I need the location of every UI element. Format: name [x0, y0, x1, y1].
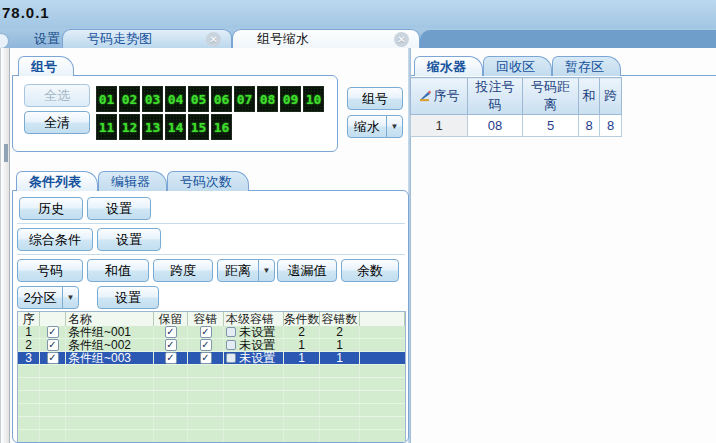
- tab-shrinker[interactable]: 缩水器: [414, 56, 483, 76]
- left-collapse-splitter[interactable]: [0, 48, 10, 443]
- shrink-button[interactable]: 缩水: [347, 115, 387, 138]
- keep-cell: [154, 352, 188, 364]
- led-number[interactable]: 04: [165, 86, 186, 112]
- tab-group-shrink[interactable]: 组号缩水 ✕: [232, 29, 420, 48]
- composite-condition-button[interactable]: 综合条件: [17, 228, 93, 251]
- led-number[interactable]: 09: [280, 86, 301, 112]
- sum-filter-button[interactable]: 和值: [87, 259, 149, 282]
- level-checkbox[interactable]: [226, 327, 236, 337]
- tab-temp-area[interactable]: 暂存区: [552, 56, 621, 76]
- close-icon[interactable]: ✕: [394, 32, 409, 47]
- table-row[interactable]: 2 条件组~002 未设置 1 1: [18, 339, 405, 352]
- col-sum[interactable]: 和: [579, 78, 600, 115]
- level-cell: 未设置: [224, 326, 284, 338]
- row-checkbox[interactable]: [47, 326, 59, 338]
- tab-recycle-area[interactable]: 回收区: [483, 56, 552, 76]
- select-all-button[interactable]: 全选: [24, 84, 90, 107]
- row-checkbox-cell: [40, 339, 66, 351]
- history-button[interactable]: 历史: [19, 197, 83, 220]
- led-number[interactable]: 02: [119, 86, 140, 112]
- led-number-row-1: 01 02 03 04 05 06 07 08 09 10: [96, 86, 324, 112]
- level-checkbox[interactable]: [226, 340, 236, 350]
- col-span[interactable]: 跨: [600, 78, 622, 115]
- table-row[interactable]: 1 08 5 8 8: [411, 115, 622, 137]
- level-cell: 未设置: [224, 352, 284, 364]
- tab-number-trend-chart[interactable]: 号码走势图 ✕: [62, 29, 232, 48]
- row-filler: [360, 352, 405, 364]
- chevron-down-icon[interactable]: ▼: [386, 115, 403, 138]
- number-filter-button[interactable]: 号码: [17, 259, 83, 282]
- composite-settings-button[interactable]: 设置: [97, 228, 161, 251]
- level-checkbox[interactable]: [226, 353, 236, 363]
- condition-count: 1: [284, 339, 320, 351]
- col-number-distance[interactable]: 号码距离: [523, 78, 579, 115]
- led-number[interactable]: 05: [188, 86, 209, 112]
- level-cell: 未设置: [224, 339, 284, 351]
- close-icon[interactable]: ✕: [206, 32, 221, 47]
- tolerant-checkbox[interactable]: [200, 352, 212, 364]
- cell-bet-numbers: 08: [468, 115, 523, 137]
- empty-row: [18, 404, 405, 417]
- row-name: 条件组~002: [66, 339, 154, 351]
- table-row[interactable]: 1 条件组~001 未设置 2 2: [18, 326, 405, 339]
- keep-cell: [154, 326, 188, 338]
- cell-span: 8: [600, 115, 622, 137]
- partition-settings-button[interactable]: 设置: [97, 286, 159, 309]
- row-filler: [360, 339, 405, 351]
- row-checkbox-cell: [40, 326, 66, 338]
- led-number[interactable]: 12: [119, 114, 140, 140]
- tab-label: 号码走势图: [87, 30, 152, 48]
- clear-all-button[interactable]: 全清: [24, 111, 90, 134]
- led-number[interactable]: 11: [96, 114, 117, 140]
- col-checkbox: [40, 312, 66, 326]
- led-number[interactable]: 14: [165, 114, 186, 140]
- led-number[interactable]: 07: [234, 86, 255, 112]
- chevron-down-icon[interactable]: ▼: [258, 259, 275, 282]
- led-number[interactable]: 10: [303, 86, 324, 112]
- keep-checkbox[interactable]: [165, 339, 177, 351]
- led-number[interactable]: 06: [211, 86, 232, 112]
- tab-number-times[interactable]: 号码次数: [167, 171, 249, 191]
- row-index: 2: [18, 339, 40, 351]
- tolerant-checkbox[interactable]: [200, 326, 212, 338]
- keep-checkbox[interactable]: [165, 326, 177, 338]
- settings-menu[interactable]: 设置: [34, 30, 60, 48]
- tab-condition-list[interactable]: 条件列表: [16, 171, 98, 191]
- distance-filter-button[interactable]: 距离: [217, 259, 259, 282]
- tab-group-number[interactable]: 组号: [18, 56, 74, 76]
- tolerant-checkbox[interactable]: [200, 339, 212, 351]
- col-bet-numbers[interactable]: 投注号码: [468, 78, 523, 115]
- col-tolerant: 容错: [188, 312, 224, 326]
- led-number[interactable]: 08: [257, 86, 278, 112]
- col-level-tolerant: 本级容错: [224, 312, 284, 326]
- partition-button[interactable]: 2分区: [17, 286, 63, 309]
- table-row[interactable]: 3 条件组~003 未设置 1 1: [18, 352, 405, 365]
- tab-label: 号码次数: [180, 173, 232, 191]
- cell-sum: 8: [579, 115, 600, 137]
- col-keep: 保留: [154, 312, 188, 326]
- col-tolerant-count: 容错数: [320, 312, 360, 326]
- led-number[interactable]: 03: [142, 86, 163, 112]
- led-number-row-2: 11 12 13 14 15 16: [96, 114, 232, 140]
- omission-filter-button[interactable]: 遗漏值: [277, 259, 337, 282]
- group-button[interactable]: 组号: [347, 87, 403, 110]
- col-index[interactable]: 序号: [411, 78, 468, 115]
- bet-number-table: 序号 投注号码 号码距离 和 跨 1 08 5 8 8: [410, 77, 622, 137]
- led-number[interactable]: 15: [188, 114, 209, 140]
- keep-checkbox[interactable]: [165, 352, 177, 364]
- divider: [17, 254, 405, 255]
- col-name: 名称: [66, 312, 154, 326]
- chevron-down-icon[interactable]: ▼: [62, 286, 79, 309]
- remainder-filter-button[interactable]: 余数: [341, 259, 399, 282]
- led-number[interactable]: 01: [96, 86, 117, 112]
- row-filler: [360, 326, 405, 338]
- row-checkbox[interactable]: [47, 352, 59, 364]
- led-number[interactable]: 13: [142, 114, 163, 140]
- history-settings-button[interactable]: 设置: [87, 197, 151, 220]
- led-number[interactable]: 16: [211, 114, 232, 140]
- splitter-handle[interactable]: [4, 144, 8, 162]
- condition-list-panel: 历史 设置 综合条件 设置 号码 和值 跨度 距离 ▼ 遗漏值 余数 2分区 ▼…: [12, 190, 409, 443]
- tab-editor[interactable]: 编辑器: [98, 171, 167, 191]
- span-filter-button[interactable]: 跨度: [153, 259, 213, 282]
- row-checkbox[interactable]: [47, 339, 59, 351]
